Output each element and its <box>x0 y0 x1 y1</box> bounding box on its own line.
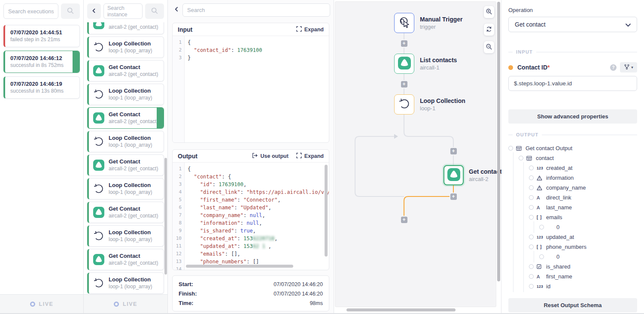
use-output-button[interactable]: Use output <box>252 153 289 160</box>
output-schema-node[interactable]: contact <box>508 153 637 163</box>
io-search-input[interactable] <box>182 3 330 17</box>
reset-output-schema-button[interactable]: Reset Output Schema <box>508 298 637 312</box>
node-loop-collection[interactable] <box>394 94 414 115</box>
step-item[interactable]: Loop Collectionloop-1 (loop_array) <box>87 225 164 247</box>
search-instance-input[interactable]: Search instance <box>103 3 143 19</box>
steps-scrollbar[interactable] <box>164 158 167 275</box>
step-item[interactable]: Loop Collectionloop-1 (loop_array) <box>87 272 164 294</box>
schema-node-circle[interactable] <box>529 175 534 180</box>
execution-item[interactable]: 07/07/2020 14:46:12successful in 8s 752m… <box>3 51 80 73</box>
zoom-out-button[interactable] <box>484 41 494 53</box>
step-item[interactable]: Loop Collectionloop-1 (loop_array) <box>87 84 164 105</box>
show-advanced-properties-button[interactable]: Show advanced properties <box>508 109 637 124</box>
schema-node-circle[interactable] <box>529 195 534 200</box>
step-item[interactable]: Get Contactaircall-2 (get_contact) <box>87 60 164 82</box>
jsonpath-toggle-button[interactable]: ▾ <box>620 62 637 72</box>
node-get-contact[interactable] <box>444 165 464 185</box>
type-str-icon: A <box>537 195 546 200</box>
output-schema-node[interactable]: 123id <box>508 281 637 291</box>
output-schema-node[interactable]: company_name <box>508 183 637 193</box>
output-schema-node[interactable]: Adirect_link <box>508 193 637 202</box>
search-executions-input[interactable] <box>3 3 58 19</box>
canvas-toolbar <box>484 6 494 53</box>
schema-node-circle[interactable] <box>529 235 534 239</box>
canvas-vertical-scrollbar[interactable] <box>497 2 500 281</box>
output-schema-node[interactable]: [ ]emails <box>508 212 637 222</box>
schema-node-circle[interactable] <box>529 205 534 210</box>
operation-select[interactable]: Get contact <box>508 17 637 32</box>
tree-guide-line <box>523 281 524 292</box>
search-instance-button[interactable] <box>145 3 164 19</box>
expand-input-button[interactable]: Expand <box>296 26 324 33</box>
output-schema-node[interactable]: is_shared <box>508 262 637 272</box>
code-line: 7 "company_name": null, <box>173 211 329 219</box>
step-item[interactable]: Get Contactaircall-2 (get_contact) <box>87 107 164 129</box>
step-item[interactable]: Get Contactaircall-2 (get_contact) <box>87 22 164 34</box>
steps-live-footer: LIVE <box>84 294 167 313</box>
add-step-button[interactable]: + <box>401 81 407 88</box>
execution-item[interactable]: 07/07/2020 14:46:19successful in 13s 80m… <box>3 76 80 99</box>
node-manual-trigger[interactable] <box>394 13 414 33</box>
line-number: 6 <box>173 204 184 211</box>
schema-node-circle[interactable] <box>529 215 534 220</box>
schema-node-circle[interactable] <box>539 225 544 229</box>
schema-node-circle[interactable] <box>508 146 513 151</box>
schema-node-circle[interactable] <box>539 254 544 259</box>
zoom-in-button[interactable] <box>484 6 494 18</box>
output-schema-node[interactable]: [ ]phone_numbers <box>508 242 637 252</box>
step-item[interactable]: Loop Collectionloop-1 (loop_array) <box>87 178 164 199</box>
output-code-editor[interactable]: 1{2 "contact": {3 "id": 17639100,4 "dire… <box>173 163 329 270</box>
output-horizontal-scrollbar[interactable] <box>186 265 293 268</box>
node-list-contacts[interactable] <box>394 54 414 74</box>
output-schema-node[interactable]: 0 <box>508 222 637 232</box>
output-vertical-scrollbar[interactable] <box>325 165 328 257</box>
schema-node-label: id <box>546 283 550 290</box>
search-executions-button[interactable] <box>61 3 80 19</box>
help-icon[interactable]: ? <box>610 64 617 71</box>
step-item[interactable]: Loop Collectionloop-1 (loop_array) <box>87 131 164 152</box>
step-item[interactable]: Get Contactaircall-2 (get_contact) <box>87 154 164 176</box>
execution-item[interactable]: 07/07/2020 14:44:51failed step in 2s 21m… <box>3 25 80 47</box>
output-schema-node[interactable]: Alast_name <box>508 202 637 212</box>
chevron-left-icon[interactable] <box>174 6 179 13</box>
code-line: 4 "direct_link": "https://api.aircall.io… <box>173 188 329 196</box>
schema-node-circle[interactable] <box>529 274 534 279</box>
output-schema-node[interactable]: information <box>508 173 637 183</box>
canvas-horizontal-scrollbar[interactable] <box>346 308 456 311</box>
schema-node-circle[interactable] <box>529 264 534 269</box>
executions-live-footer: LIVE <box>0 294 83 313</box>
schema-node-circle[interactable] <box>529 245 534 249</box>
add-step-button[interactable]: + <box>450 148 457 154</box>
back-button[interactable] <box>87 3 101 19</box>
chevron-left-icon <box>91 8 97 15</box>
add-step-button[interactable]: + <box>401 40 407 47</box>
step-item-text: Get Contactaircall-2 (get_contact) <box>109 158 158 172</box>
add-step-button[interactable]: + <box>450 193 457 200</box>
step-item[interactable]: Get Contactaircall-2 (get_contact) <box>87 202 164 223</box>
type-arr-icon: [ ] <box>537 215 546 220</box>
finish-value: 07/07/2020 14:46:20 <box>273 289 323 299</box>
output-schema-node[interactable]: Get contact Output <box>508 143 637 153</box>
code-line: 2 "contact_id": 17639100 <box>173 46 329 54</box>
refresh-icon <box>486 26 492 34</box>
contact-id-input[interactable] <box>508 76 637 91</box>
schema-node-circle[interactable] <box>529 185 534 190</box>
schema-node-circle[interactable] <box>529 166 534 170</box>
output-schema-node[interactable]: Afirst_name <box>508 272 637 281</box>
refresh-button[interactable] <box>484 24 494 36</box>
schema-node-circle[interactable] <box>519 156 523 160</box>
line-number: 3 <box>173 181 184 188</box>
output-schema-node[interactable]: 123created_at <box>508 163 637 173</box>
node-label: List contacts aircall-1 <box>420 56 489 72</box>
step-item[interactable]: Get Contactaircall-2 (get_contact) <box>87 249 164 270</box>
step-item[interactable]: Loop Collectionloop-1 (loop_array) <box>87 36 164 58</box>
input-code-editor[interactable]: 1{2 "contact_id": 176391003} <box>173 36 329 142</box>
canvas-background[interactable] <box>335 1 496 307</box>
output-schema-node[interactable]: 0 <box>508 252 637 262</box>
step-subtitle: loop-1 (loop_array) <box>109 142 152 148</box>
loop-icon <box>93 183 104 194</box>
add-step-button[interactable]: + <box>401 217 407 223</box>
output-schema-node[interactable]: 123updated_at <box>508 232 637 242</box>
expand-output-button[interactable]: Expand <box>296 153 324 160</box>
schema-node-circle[interactable] <box>529 284 534 289</box>
